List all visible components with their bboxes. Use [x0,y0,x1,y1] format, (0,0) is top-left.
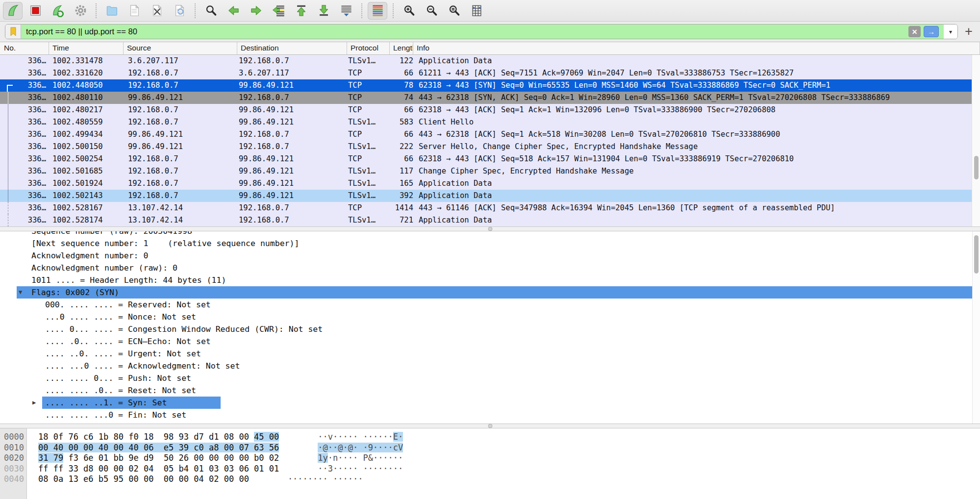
related-packet-mark [8,153,8,165]
go-first-button[interactable] [291,2,311,20]
detail-line[interactable]: .... ..0. .... = Urgent: Not set [0,348,980,360]
cell-pro: TLSv1… [347,116,390,128]
splitter-handle[interactable] [488,227,492,231]
stop-capture-button[interactable] [25,2,45,20]
column-header-src[interactable]: Source [124,42,237,54]
restart-capture-button[interactable] [48,2,68,20]
packet-row[interactable]: 336…1002.52817413.107.42.14192.168.0.7TL… [0,214,980,226]
packet-row[interactable]: 336…1002.49943499.86.49.121192.168.0.7TC… [0,128,980,141]
hex-row[interactable]: 004008 0a 13 e6 b5 95 00 00 00 00 04 02 … [0,474,980,485]
scrollbar-thumb[interactable] [974,156,979,179]
column-header-len[interactable]: Length [390,42,413,54]
details-scrollbar[interactable] [972,231,980,424]
detail-line[interactable]: ▼Flags: 0x002 (SYN) [0,286,980,299]
detail-line[interactable]: 000. .... .... = Reserved: Not set [0,299,980,311]
cell-len: 74 [390,92,413,104]
details-bytes-splitter[interactable] [0,424,980,428]
detail-line[interactable]: Acknowledgment number: 0 [0,250,980,262]
packet-list-scrollbar[interactable] [972,55,980,226]
related-packet-mark [8,214,8,226]
packet-row[interactable]: 336…1002.448050192.168.0.799.86.49.121TC… [0,79,980,92]
detail-line[interactable]: .... .... 0... = Push: Not set [0,372,980,384]
detail-line[interactable]: Sequence number (raw): 2005041998 [0,231,980,237]
zoom-reset-button[interactable] [444,2,464,20]
detail-line[interactable]: .... 0... .... = Congestion Window Reduc… [0,323,980,335]
detail-line[interactable]: 1011 .... = Header Length: 44 bytes (11) [0,274,980,286]
detail-line[interactable]: Acknowledgment number (raw): 0 [0,262,980,274]
filter-bookmark-button[interactable] [5,25,21,39]
save-file-button[interactable] [125,2,144,20]
expand-arrow-icon[interactable]: ▶ [32,397,39,409]
packet-row[interactable]: 336…1002.500254192.168.0.799.86.49.121TC… [0,153,980,165]
go-forward-icon [250,4,263,17]
go-forward-button[interactable] [246,2,266,20]
packet-row[interactable]: 336…1002.48011099.86.49.121192.168.0.7TC… [0,92,980,104]
cell-len: 165 [390,177,413,190]
detail-text: Flags: 0x002 (SYN) [31,286,119,299]
detail-text: .... .... 0... = Push: Not set [45,372,191,384]
toolbar-separator [96,3,97,18]
zoom-in-button[interactable] [399,2,419,20]
scrollbar-thumb[interactable] [974,235,979,274]
detail-text: Sequence number (raw): 2005041998 [31,231,192,237]
resize-columns-button[interactable] [467,2,486,20]
packet-row[interactable]: 336…1002.480217192.168.0.799.86.49.121TC… [0,104,980,116]
packet-row[interactable]: 336…1002.501924192.168.0.799.86.49.121TL… [0,177,980,190]
detail-line[interactable]: .... .... .0.. = Reset: Not set [0,384,980,397]
capture-options-icon [74,4,87,17]
go-last-button[interactable] [314,2,333,20]
hex-row[interactable]: 002031 79 f3 6e 01 bb 9e d9 50 26 00 00 … [0,453,980,464]
display-filter-field[interactable]: tcp.port == 80 || udp.port == 80 ✕ → ▾ [5,24,958,39]
auto-scroll-button[interactable] [336,2,356,20]
packet-row[interactable]: 336…1002.331620192.168.0.73.6.207.117TCP… [0,67,980,79]
filter-dropdown-button[interactable]: ▾ [944,25,957,39]
filter-apply-button[interactable]: → [924,26,939,37]
zoom-out-button[interactable] [422,2,441,20]
close-file-button[interactable] [147,2,167,20]
go-back-button[interactable] [224,2,243,20]
filter-add-button[interactable]: + [965,25,973,38]
detail-text: 000. .... .... = Reserved: Not set [45,299,211,311]
hex-row[interactable]: 001000 40 00 00 40 00 40 06 e5 39 c0 a8 … [0,443,980,453]
capture-options-button[interactable] [71,2,90,20]
filter-input[interactable]: tcp.port == 80 || udp.port == 80 [26,27,905,36]
detail-line[interactable]: .... .0.. .... = ECN–Echo: Not set [0,335,980,348]
reload-file-button[interactable] [170,2,189,20]
packet-row[interactable]: 336…1002.52816713.107.42.14192.168.0.7TC… [0,202,980,214]
detail-text: Acknowledgment number (raw): 0 [31,262,177,274]
list-details-splitter[interactable] [0,226,980,231]
find-packet-button[interactable] [201,2,221,20]
column-header-info[interactable]: Info [413,42,980,54]
detail-line[interactable]: ...0 .... .... = Nonce: Not set [0,311,980,323]
cell-pro: TLSv1… [347,177,390,190]
cell-src: 3.6.207.117 [124,55,237,67]
detail-text: ...0 .... .... = Nonce: Not set [45,311,196,323]
packet-row[interactable]: 336…1002.480559192.168.0.799.86.49.121TL… [0,116,980,128]
column-header-no[interactable]: No. [0,42,49,54]
cell-len: 1414 [390,202,413,214]
filter-clear-button[interactable]: ✕ [908,26,921,37]
detail-line[interactable]: .... ...0 .... = Acknowledgment: Not set [0,360,980,372]
packet-row[interactable]: 336…1002.501685192.168.0.799.86.49.121TL… [0,165,980,177]
open-file-button[interactable] [102,2,122,20]
detail-line[interactable]: [Next sequence number: 1 (relative seque… [0,237,980,250]
hex-row[interactable]: 000018 0f 76 c6 1b 80 f0 18 98 93 d7 d1 … [0,432,980,443]
column-header-dst[interactable]: Destination [237,42,347,54]
cell-src: 13.107.42.14 [124,214,237,226]
start-capture-button[interactable] [3,2,23,20]
hex-row[interactable]: 0030ff ff 33 d8 00 00 02 04 05 b4 01 03 … [0,464,980,474]
detail-line[interactable]: ▶.... .... ..1. = Syn: Set [0,397,980,409]
filter-input-area[interactable]: tcp.port == 80 || udp.port == 80 ✕ → [21,25,944,39]
splitter-handle[interactable] [488,424,492,428]
cell-src: 192.168.0.7 [124,190,237,202]
detail-line[interactable]: .... .... ...0 = Fin: Not set [0,409,980,421]
packet-row[interactable]: 336…1002.502143192.168.0.799.86.49.121TL… [0,190,980,202]
packet-row[interactable]: 336…1002.50015099.86.49.121192.168.0.7TL… [0,141,980,153]
collapse-arrow-icon[interactable]: ▼ [19,286,25,299]
column-header-pro[interactable]: Protocol [347,42,390,54]
go-to-packet-button[interactable] [269,2,288,20]
column-header-time[interactable]: Time [49,42,124,54]
colorize-button[interactable] [368,2,387,20]
packet-row[interactable]: 336…1002.3314783.6.207.117192.168.0.7TLS… [0,55,980,67]
cell-dst: 192.168.0.7 [237,202,347,214]
